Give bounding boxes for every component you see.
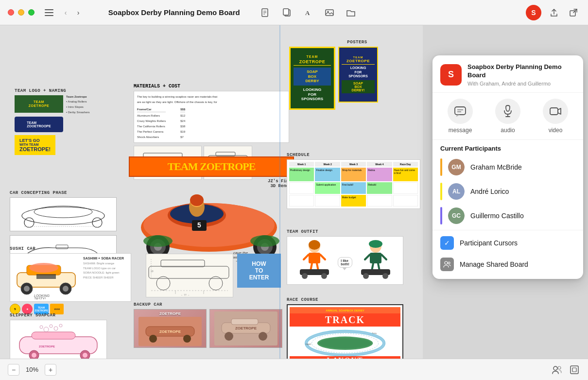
sushi-car-section: SUSHI CAR LOOKING TASTY! [10,246,141,314]
document-title: Soapbox Derby Planning Demo Board [90,8,259,17]
manage-shared-board-icon [440,258,454,271]
maximize-button[interactable] [28,9,35,16]
team-logo-label: TEAM LOGO + NAMING [15,88,131,93]
svg-line-107 [365,255,370,259]
document-icon[interactable] [259,6,272,19]
nav-back[interactable]: ‹ [60,7,71,18]
lets-go-box: LET'S GO WITH TEAM ZOETROPE! [15,135,55,155]
svg-rect-1 [45,12,53,13]
video-action[interactable]: video [532,99,579,134]
backup-photo-1: ZOETROPE ZOETROPE [134,309,207,348]
svg-text:19: 19 [151,270,154,273]
svg-point-130 [558,366,561,369]
titlebar: ‹ › Soapbox Derby Planning Demo Board A [0,0,588,25]
user-avatar[interactable]: S [526,5,541,20]
svg-point-75 [44,327,49,332]
team-outfit-section: TEAM OUTFIT [287,229,413,285]
svg-point-102 [302,273,308,279]
svg-point-77 [54,327,58,330]
participant-cursors-label: Participant Cursors [460,239,518,247]
panel-header: S Soapbox Derby Planning Demo Board With… [432,55,583,93]
svg-text:A: A [305,9,310,17]
race-course-label: RACE COURSE [287,297,413,302]
message-icon [448,99,473,124]
zoom-out-button[interactable]: − [8,364,19,376]
svg-point-78 [59,324,62,327]
posters-label: POSTERS [289,40,423,45]
slippery-car-drawing: ZOETROPE [12,322,104,359]
svg-point-118 [319,338,371,348]
board-icon: S [440,64,462,86]
guillermo-avatar-face: GC [448,207,465,224]
poster-row: TEAM ZOETROPE SOAPBOXDERBY LOOKINGFORSPO… [289,47,423,110]
image-icon[interactable] [323,6,336,19]
outfit-box: I likeboth! [287,236,403,285]
manage-shared-board-row[interactable]: Manage Shared Board [432,254,583,275]
svg-text:ZOETROPE: ZOETROPE [235,326,257,330]
outfit-char-1 [295,239,334,280]
participants-icon[interactable] [551,364,563,376]
fullscreen-icon[interactable] [569,364,580,376]
text-icon[interactable]: A [301,6,315,19]
svg-rect-2 [45,15,53,16]
poster-blue: TEAM ZOETROPE LOOKINGFORSPONSORS SOAPBOX… [338,47,378,103]
svg-rect-106 [370,253,381,263]
sidebar-toggle[interactable] [42,6,56,19]
svg-text:ZOETROPE: ZOETROPE [39,345,55,348]
message-action[interactable]: message [436,99,484,134]
svg-rect-131 [571,366,578,374]
svg-rect-0 [45,9,53,10]
minimize-button[interactable] [18,9,24,16]
svg-text:← 77 →: ← 77 → [181,294,190,296]
car-sketch-1 [10,197,117,231]
posters-section: POSTERS TEAM ZOETROPE SOAPBOXDERBY LOOKI… [289,40,423,110]
folder-icon[interactable] [344,6,358,19]
graham-avatar-face: GM [448,159,465,175]
audio-action[interactable]: audio [484,99,532,134]
share-icon[interactable] [547,6,561,19]
svg-point-69 [24,286,30,292]
audio-icon [495,99,520,124]
participant-cursors-row[interactable]: ✓ Participant Cursors [432,232,583,254]
svg-point-76 [50,325,52,328]
message-label: message [449,127,472,134]
svg-point-105 [369,240,382,248]
svg-rect-46 [161,260,205,267]
how-to-enter-section: ← 77 → 19 HOW TO ENTER [146,254,292,297]
schedule-label: SCHEDULE [287,153,420,157]
svg-point-56 [34,206,92,218]
video-icon [543,99,568,124]
svg-point-82 [32,353,36,358]
participant-row-andre: AL André Lorico [432,179,583,204]
svg-point-87 [183,335,191,343]
guillermo-name: Guillermo Castillo [470,212,524,220]
team-zoetrope-banner: TEAM ZOETROPE 5 [129,156,294,263]
graham-color-bar [440,158,442,176]
external-link-icon[interactable] [567,6,580,19]
svg-text:START: START [305,344,311,345]
backup-photos: ZOETROPE ZOETROPE [134,309,299,348]
close-button[interactable] [8,9,14,16]
svg-point-86 [149,335,157,343]
materials-label: MATERIALS + COST [134,84,284,89]
svg-line-97 [304,255,309,259]
svg-point-41 [190,194,204,206]
copy-icon[interactable] [280,6,294,19]
zoom-in-button[interactable]: + [45,364,56,376]
svg-rect-90 [231,319,258,325]
panel-board-subtitle: With Graham, André and Guillermo [467,81,575,86]
slippery-label: SLIPPERY SOAPCAR [10,313,114,318]
svg-point-103 [321,273,327,279]
audio-label: audio [501,127,515,134]
svg-point-58 [92,218,102,227]
svg-text:ZOETROPE: ZOETROPE [159,329,181,334]
traffic-lights [8,9,35,16]
nav-forward[interactable]: › [72,7,84,18]
panel-board-title: Soapbox Derby Planning Demo Board [467,63,575,80]
canvas-area[interactable]: TEAM LOGO + NAMING TEAMZOETROPE Team Zoe… [0,25,588,359]
svg-point-79 [40,326,43,328]
race-course-section: RACE COURSE ANNUAL SOAPBOX DERBY TRACK [287,297,413,359]
backup-car-section: BACKUP CAR ZOETROPE ZOETROPE [134,302,299,348]
svg-point-70 [63,286,69,292]
svg-point-83 [83,353,87,358]
